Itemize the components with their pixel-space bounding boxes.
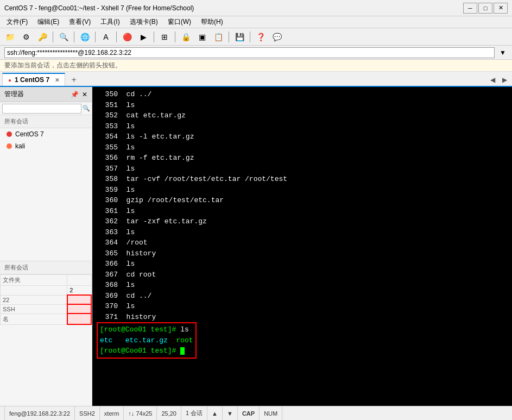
terminal-content[interactable]: 350 cd ../ 351 ls 352 cat etc.tar.gz 353…: [92, 87, 512, 406]
terminal-history-line: 365 history: [97, 248, 508, 259]
menu-tools[interactable]: 工具(I): [96, 16, 124, 28]
sidebar-item-centos7[interactable]: CentOS 7: [0, 128, 92, 140]
window-title: CentOS 7 - feng@Coo01:~/test - Xshell 7 …: [4, 4, 194, 12]
maximize-button[interactable]: □: [478, 3, 492, 14]
terminal-history-line: 352 cat etc.tar.gz: [97, 110, 508, 121]
table-cell: 2: [67, 286, 91, 296]
toolbar-sep-2: [74, 32, 74, 42]
terminal-history-line: 354 ls -l etc.tar.gz: [97, 131, 508, 142]
table-row: SSH: [1, 304, 92, 314]
terminal-history-line: 368 ls: [97, 280, 508, 291]
status-position: 25,20: [157, 406, 181, 420]
sidebar: 管理器 📌 ✕ 🔍 所有会话 CentOS 7 kali 所有会话 文件夹: [0, 87, 92, 406]
tab-nav-left[interactable]: ◀: [487, 74, 498, 86]
terminal-history-line: 361 ls: [97, 206, 508, 217]
sidebar-pin-icon[interactable]: 📌: [71, 91, 79, 98]
minimize-button[interactable]: ─: [463, 3, 477, 14]
status-bar: feng@192.168.22.3:22 SSH2 xterm ↑↓ 74x25…: [0, 406, 512, 420]
toolbar-file-btn[interactable]: 📋: [211, 30, 226, 44]
status-cap: CAP: [238, 406, 260, 420]
toolbar-play-btn[interactable]: ▶: [136, 30, 151, 44]
address-input[interactable]: [4, 47, 495, 58]
toolbar-key-btn[interactable]: 🔑: [35, 30, 50, 44]
sidebar-close-icon[interactable]: ✕: [82, 91, 87, 98]
terminal-history-line: 356 rm -f etc.tar.gz: [97, 153, 508, 164]
terminal-history-line: 359 ls: [97, 185, 508, 196]
toolbar-sep-8: [250, 32, 250, 42]
tab-close-icon[interactable]: ✕: [55, 77, 59, 83]
title-bar: CentOS 7 - feng@Coo01:~/test - Xshell 7 …: [0, 0, 512, 16]
status-size: ↑↓ 74x25: [124, 406, 157, 420]
table-cell: 名: [1, 314, 67, 324]
terminal-history-line: 370 ls: [97, 301, 508, 312]
toolbar: 📁 ⚙ 🔑 🔍 🌐 A 🔴 ▶ ⊞ 🔒 ▣ 📋 💾 ❓ 💬: [0, 28, 512, 46]
toolbar-layout-btn[interactable]: ⊞: [157, 30, 172, 44]
tab-label: 1 CentOS 7: [15, 76, 49, 84]
menu-tab[interactable]: 选项卡(B): [125, 16, 162, 28]
info-text: 要添加当前会话，点击左侧的箭头按钮。: [4, 61, 122, 70]
tab-nav-right[interactable]: ▶: [499, 74, 510, 86]
toolbar-search-btn[interactable]: 🔍: [56, 30, 71, 44]
table-cell: [67, 275, 91, 286]
sidebar-search: 🔍: [0, 102, 92, 115]
tab-centos7[interactable]: ● 1 CentOS 7 ✕: [2, 73, 65, 86]
terminal-history-line: 353 ls: [97, 121, 508, 132]
close-button[interactable]: ✕: [494, 3, 508, 14]
tab-bar: ● 1 CentOS 7 ✕ + ◀ ▶: [0, 72, 512, 87]
terminal-history-line: 369 cd ../: [97, 291, 508, 302]
terminal-final-prompt: [root@Coo01 test]#: [100, 346, 193, 356]
table-row: 2: [1, 286, 92, 296]
sidebar-header-icons: 📌 ✕: [71, 91, 87, 98]
table-cell-highlight: [67, 304, 91, 314]
status-protocol: SSH2: [75, 406, 100, 420]
sidebar-bottom-panel: 所有会话 文件夹 2 22 SSH: [0, 152, 92, 406]
terminal-area[interactable]: 350 cd ../ 351 ls 352 cat etc.tar.gz 353…: [92, 87, 512, 406]
menu-edit[interactable]: 编辑(E): [33, 16, 64, 28]
tab-add-button[interactable]: +: [67, 74, 80, 86]
toolbar-sep-1: [53, 32, 53, 42]
window-controls: ─ □ ✕: [463, 3, 508, 14]
toolbar-sep-6: [175, 32, 175, 42]
status-ip: feng@192.168.22.3:22: [4, 406, 75, 420]
terminal-highlight-box: [root@Coo01 test]# lsetc etc.tar.gz root…: [97, 322, 197, 359]
terminal-history-line: 363 ls: [97, 227, 508, 238]
sidebar-search-input[interactable]: [2, 104, 81, 114]
table-cell: 22: [1, 295, 67, 304]
toolbar-folder-btn[interactable]: 📁: [2, 30, 17, 44]
menu-help[interactable]: 帮助(H): [197, 16, 227, 28]
toolbar-help-btn[interactable]: ❓: [253, 30, 268, 44]
toolbar-chat-btn[interactable]: 💬: [269, 30, 285, 44]
terminal-output-line: etc etc.tar.gz root: [100, 335, 193, 346]
terminal-history-line: 362 tar -zxf etc.tar.gz: [97, 216, 508, 227]
status-arrow-down[interactable]: ▼: [223, 406, 238, 420]
toolbar-font-btn[interactable]: A: [98, 30, 113, 44]
toolbar-settings-btn[interactable]: ⚙: [18, 30, 34, 44]
menu-window[interactable]: 窗口(W): [163, 16, 195, 28]
sidebar-bottom-label: 所有会话: [0, 261, 92, 274]
table-row: 名: [1, 314, 92, 324]
status-num: NUM: [260, 406, 282, 420]
info-bar: 要添加当前会话，点击左侧的箭头按钮。: [0, 60, 512, 72]
toolbar-save-btn[interactable]: 💾: [232, 30, 247, 44]
table-cell-highlight: [67, 295, 91, 304]
menu-file[interactable]: 文件(F): [2, 16, 32, 28]
terminal-history-line: 367 cd root: [97, 269, 508, 280]
table-cell: SSH: [1, 304, 67, 314]
menu-view[interactable]: 查看(V): [65, 16, 95, 28]
toolbar-record-btn[interactable]: 🔴: [119, 30, 135, 44]
centos7-status-dot: [7, 131, 12, 137]
toolbar-lock-btn[interactable]: 🔒: [178, 30, 193, 44]
toolbar-browser-btn[interactable]: 🌐: [77, 30, 92, 44]
table-row: 文件夹: [1, 275, 92, 286]
tab-nav: ◀ ▶: [487, 74, 510, 86]
address-bar: ▼: [0, 46, 512, 60]
sidebar-title: 管理器: [4, 90, 24, 99]
sidebar-item-kali-label: kali: [15, 142, 25, 150]
sidebar-item-kali[interactable]: kali: [0, 140, 92, 152]
status-sessions: 1 会话: [181, 406, 207, 420]
toolbar-term-btn[interactable]: ▣: [194, 30, 210, 44]
sidebar-item-centos7-label: CentOS 7: [15, 130, 44, 138]
status-arrow-up[interactable]: ▲: [207, 406, 223, 420]
address-dropdown-btn[interactable]: ▼: [498, 48, 508, 58]
terminal-history-line: 357 ls: [97, 164, 508, 174]
